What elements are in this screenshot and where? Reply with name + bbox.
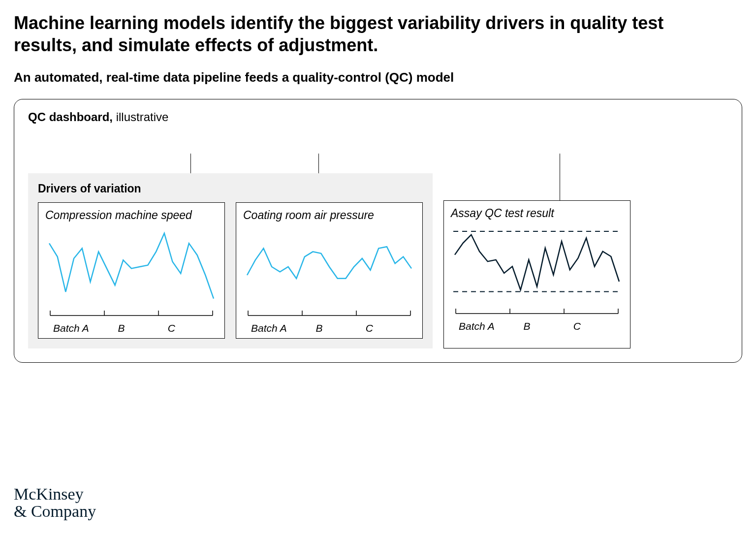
drivers-of-variation-box: Drivers of variation Compression machine… — [28, 173, 433, 348]
dashboard-label: QC dashboard, illustrative — [28, 110, 728, 124]
x-label: B — [316, 322, 366, 334]
x-label: B — [118, 322, 168, 334]
x-label: B — [524, 320, 573, 332]
subtitle: An automated, real-time data pipeline fe… — [14, 70, 742, 85]
x-label: Batch A — [251, 322, 316, 334]
dashboard-frame: QC dashboard, illustrative Blending Comp… — [14, 99, 742, 363]
panel-title: Coating room air pressure — [243, 209, 415, 222]
panel-assay-result: Assay QC test result — [443, 200, 630, 348]
process-step-blending: Blending — [28, 132, 168, 154]
chart-assay-result — [451, 223, 623, 307]
process-step-packing: Packing — [448, 132, 588, 154]
panels-row: Drivers of variation Compression machine… — [28, 173, 728, 348]
process-step-qclab: QC lab — [588, 132, 728, 154]
x-axis-icon — [243, 311, 415, 322]
panel-compression-speed: Compression machine speed — [38, 202, 225, 339]
drivers-title: Drivers of variation — [38, 182, 423, 195]
chart-coating-pressure — [243, 225, 415, 309]
process-step-label: Coating — [326, 136, 363, 149]
x-label: Batch A — [459, 320, 524, 332]
panel-title: Compression machine speed — [45, 209, 218, 222]
x-label: C — [168, 322, 218, 334]
dashboard-label-rest: illustrative — [113, 110, 168, 124]
connector-lines — [28, 154, 728, 173]
main-title: Machine learning models identify the big… — [14, 12, 703, 56]
x-axis-icon — [45, 311, 218, 322]
dashboard-label-bold: QC dashboard, — [28, 110, 113, 124]
panel-coating-pressure: Coating room air pressure — [236, 202, 423, 339]
process-step-label: QC lab — [606, 136, 639, 149]
x-axis-labels: Batch A B C — [45, 322, 218, 334]
connector-line-icon — [190, 154, 191, 173]
connector-line-icon — [318, 154, 319, 173]
logo-line2: & Company — [14, 503, 96, 520]
process-step-label: Packing — [466, 136, 504, 149]
x-label: Batch A — [53, 322, 118, 334]
x-axis-labels: Batch A B C — [451, 320, 623, 332]
connector-line-icon — [560, 154, 560, 200]
mckinsey-logo: McKinsey & Company — [14, 485, 96, 520]
process-step-label: Compression — [186, 136, 250, 149]
process-step-label: Blending — [46, 136, 88, 149]
x-label: C — [573, 320, 623, 332]
x-label: C — [366, 322, 415, 334]
process-step-coating: Coating — [308, 132, 448, 154]
panel-title: Assay QC test result — [451, 207, 623, 220]
process-step-compression: Compression — [168, 132, 308, 154]
process-chevron-bar: Blending Compression Coating — [28, 132, 728, 154]
logo-line1: McKinsey — [14, 485, 96, 503]
x-axis-labels: Batch A B C — [243, 322, 415, 334]
chart-compression-speed — [45, 225, 218, 309]
x-axis-icon — [451, 309, 623, 320]
page: Machine learning models identify the big… — [0, 0, 756, 537]
